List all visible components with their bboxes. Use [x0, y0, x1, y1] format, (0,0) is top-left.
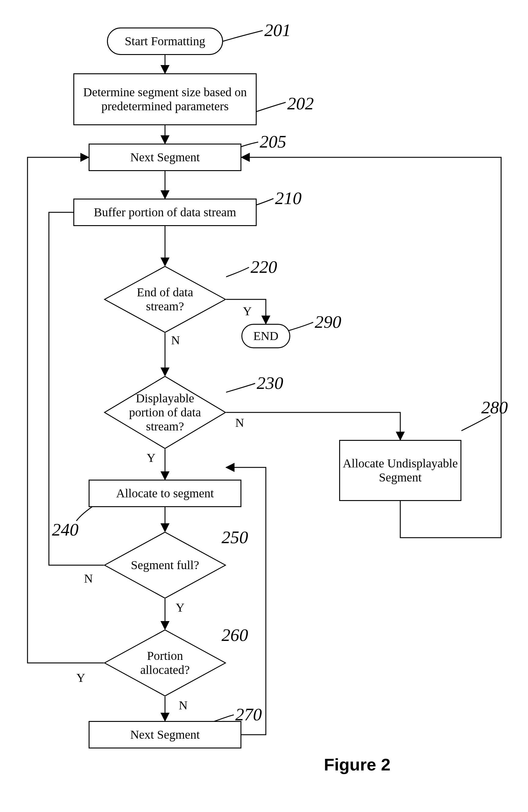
- label-260-y: Y: [76, 670, 85, 685]
- node-text: Allocate Undisplayable Segment: [340, 456, 460, 484]
- process-buffer-portion: Buffer portion of data stream: [73, 199, 257, 226]
- terminator-end: END: [241, 324, 290, 348]
- decision-portion-allocated: Portion allocated?: [104, 629, 226, 697]
- label-230-y: Y: [147, 451, 156, 465]
- figure-caption: Figure 2: [324, 755, 390, 774]
- node-text: Segment full?: [131, 558, 199, 572]
- ref-201: 201: [264, 20, 291, 40]
- node-text: Allocate to segment: [116, 486, 214, 501]
- ref-220: 220: [251, 257, 277, 277]
- process-determine-segment-size: Determine segment size based on predeter…: [73, 73, 257, 125]
- ref-230: 230: [257, 373, 283, 393]
- ref-210: 210: [275, 188, 302, 208]
- label-220-n: N: [171, 333, 180, 347]
- ref-270: 270: [235, 704, 262, 725]
- ref-280: 280: [481, 397, 508, 418]
- node-text: Portion allocated?: [122, 649, 208, 677]
- ref-250: 250: [222, 527, 248, 548]
- ref-290: 290: [315, 311, 341, 332]
- ref-205: 205: [260, 131, 286, 152]
- node-text: Displayable portion of data stream?: [122, 391, 208, 434]
- label-260-n: N: [179, 698, 188, 712]
- process-allocate-to-segment: Allocate to segment: [89, 480, 241, 507]
- node-text: Next Segment: [130, 150, 200, 164]
- ref-202: 202: [287, 93, 314, 114]
- process-allocate-undisplayable: Allocate Undisplayable Segment: [339, 440, 461, 501]
- decision-displayable-portion: Displayable portion of data stream?: [104, 376, 226, 449]
- process-next-segment-bottom: Next Segment: [89, 721, 241, 749]
- node-text: Buffer portion of data stream: [94, 205, 236, 219]
- decision-segment-full: Segment full?: [104, 532, 226, 599]
- node-text: Determine segment size based on predeter…: [74, 85, 256, 113]
- node-text: Next Segment: [130, 728, 200, 742]
- decision-end-of-stream: End of data stream?: [104, 266, 226, 333]
- process-next-segment-top: Next Segment: [89, 144, 241, 171]
- node-text: End of data stream?: [122, 285, 208, 314]
- label-250-n: N: [84, 571, 93, 586]
- node-text: END: [253, 329, 279, 343]
- terminator-start: Start Formatting: [107, 28, 223, 55]
- ref-260: 260: [222, 625, 248, 645]
- label-220-y: Y: [243, 304, 252, 318]
- label-250-y: Y: [176, 600, 185, 615]
- node-text: Start Formatting: [125, 34, 205, 48]
- ref-240: 240: [52, 519, 79, 540]
- label-230-n: N: [235, 416, 244, 430]
- flowchart-canvas: Start Formatting 201 Determine segment s…: [0, 0, 528, 812]
